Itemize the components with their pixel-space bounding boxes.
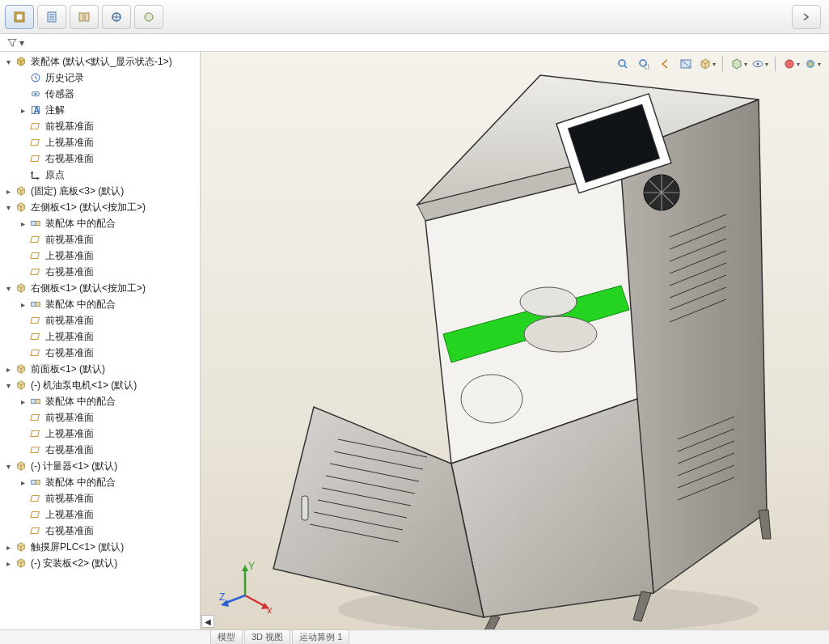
edit-appearance-icon[interactable]: ▾ xyxy=(782,55,800,73)
cad-model xyxy=(201,52,829,644)
hide-show-icon[interactable]: ▾ xyxy=(751,55,768,73)
expand-icon[interactable]: ▸ xyxy=(3,364,13,374)
tree-row[interactable]: ▸触摸屏PLC<1> (默认) xyxy=(0,539,200,555)
zoom-area-icon[interactable] xyxy=(635,55,653,73)
collapse-icon[interactable]: ▾ xyxy=(3,461,13,471)
plane-icon xyxy=(29,152,42,165)
part-icon xyxy=(15,460,27,472)
section-view-icon[interactable] xyxy=(677,55,695,73)
tree-row[interactable]: 上视基准面 xyxy=(0,328,200,345)
tree-item-label: 前视基准面 xyxy=(45,411,94,425)
plane-icon xyxy=(29,492,42,505)
tree-row[interactable]: 上视基准面 xyxy=(0,248,200,264)
tree-row[interactable]: ▸前面板<1> (默认) xyxy=(0,361,200,377)
expand-icon[interactable]: ▸ xyxy=(18,218,27,228)
tree-row[interactable]: 前视基准面 xyxy=(0,231,200,248)
tree-row[interactable]: 前视基准面 xyxy=(0,409,200,426)
display-style-icon[interactable]: ▾ xyxy=(730,55,747,73)
svg-point-21 xyxy=(640,60,646,66)
tree-row[interactable]: ▾(-) 机油泵电机<1> (默认) xyxy=(0,377,200,393)
tree-row[interactable]: ▸装配体 中的配合 xyxy=(0,215,200,231)
tree-row[interactable]: 右视基准面 xyxy=(0,523,200,539)
tab-display-manager[interactable] xyxy=(134,5,163,29)
tree-row[interactable]: 上视基准面 xyxy=(0,506,200,523)
tree-row[interactable]: 前视基准面 xyxy=(0,312,200,328)
tree-row[interactable]: 右视基准面 xyxy=(0,345,200,361)
tree-row[interactable]: ▸装配体 中的配合 xyxy=(0,296,200,312)
expand-icon[interactable]: ▸ xyxy=(18,299,27,309)
graphics-viewport[interactable]: ▾ ▾ ▾ ▾ ▾ xyxy=(201,52,829,644)
tree-row[interactable]: ▾装配体 (默认<默认_显示状态-1>) xyxy=(0,53,200,70)
expander-spacer xyxy=(18,316,27,325)
expand-icon[interactable]: ▸ xyxy=(18,396,27,406)
tree-row[interactable]: ▸装配体 中的配合 xyxy=(0,474,200,490)
tree-row[interactable]: ▾(-) 计量器<1> (默认) xyxy=(0,458,200,474)
expander-spacer xyxy=(18,348,27,358)
expander-spacer xyxy=(18,121,27,131)
tree-item-label: (-) 计量器<1> (默认) xyxy=(31,460,117,473)
expand-icon[interactable]: ▸ xyxy=(18,105,27,115)
expand-icon[interactable]: ▸ xyxy=(3,542,13,552)
svg-point-26 xyxy=(785,60,793,68)
tab-feature-manager[interactable] xyxy=(5,5,34,29)
tree-row[interactable]: ▸(-) 安装板<2> (默认) xyxy=(0,555,200,571)
overflow-button[interactable] xyxy=(792,5,821,29)
collapse-icon[interactable]: ▾ xyxy=(3,57,13,66)
view-orientation-icon[interactable]: ▾ xyxy=(698,55,716,73)
tree-row[interactable]: 右视基准面 xyxy=(0,150,200,167)
expand-icon[interactable]: ▸ xyxy=(3,186,13,196)
previous-view-icon[interactable] xyxy=(656,55,674,73)
mates-icon xyxy=(29,395,42,408)
tree-row[interactable]: 上视基准面 xyxy=(0,426,200,442)
tree-item-label: 前视基准面 xyxy=(45,233,94,247)
expander-spacer xyxy=(18,445,27,455)
part-icon xyxy=(15,557,27,570)
apply-scene-icon[interactable]: ▾ xyxy=(803,55,821,73)
expand-icon[interactable]: ▸ xyxy=(3,558,13,568)
plane-icon xyxy=(29,120,42,133)
tree-item-label: 历史记录 xyxy=(45,71,84,85)
tree-row[interactable]: 传感器 xyxy=(0,86,200,102)
tree-item-label: 装配体 (默认<默认_显示状态-1>) xyxy=(31,55,172,69)
tree-item-label: 原点 xyxy=(45,168,65,182)
collapse-icon[interactable]: ▾ xyxy=(3,283,13,293)
expand-icon[interactable]: ▸ xyxy=(18,477,27,487)
svg-rect-13 xyxy=(36,221,40,225)
svg-point-30 xyxy=(524,316,597,352)
tab-dimxpert[interactable] xyxy=(102,5,131,29)
feature-tree-panel[interactable]: ▾装配体 (默认<默认_显示状态-1>)历史记录传感器▸A注解前视基准面上视基准… xyxy=(0,52,201,644)
tree-row[interactable]: ▾左侧板<1> (默认<按加工>) xyxy=(0,199,200,215)
tree-item-label: 上视基准面 xyxy=(45,136,94,150)
tree-row[interactable]: 右视基准面 xyxy=(0,264,200,280)
svg-rect-15 xyxy=(36,302,40,306)
tree-row[interactable]: ▾右侧板<1> (默认<按加工>) xyxy=(0,280,200,296)
svg-rect-12 xyxy=(32,221,36,225)
expander-spacer xyxy=(18,413,27,422)
collapse-icon[interactable]: ▾ xyxy=(3,202,13,212)
filter-bar[interactable]: ▾ xyxy=(0,34,829,52)
collapse-icon[interactable]: ▾ xyxy=(3,380,13,390)
tab-3d-view[interactable]: 3D 视图 xyxy=(244,629,290,644)
filter-icon xyxy=(6,37,18,49)
tree-row[interactable]: 右视基准面 xyxy=(0,442,200,458)
tree-row[interactable]: 前视基准面 xyxy=(0,118,200,134)
tree-item-label: 右视基准面 xyxy=(45,443,94,457)
tree-row[interactable]: 前视基准面 xyxy=(0,490,200,506)
tab-motion-study[interactable]: 运动算例 1 xyxy=(292,629,349,644)
tree-row[interactable]: ▸(固定) 底板<3> (默认) xyxy=(0,183,200,199)
zoom-fit-icon[interactable] xyxy=(614,55,632,73)
tree-row[interactable]: ▸装配体 中的配合 xyxy=(0,393,200,409)
tab-model[interactable]: 模型 xyxy=(210,629,243,644)
tab-property-manager[interactable] xyxy=(37,5,66,29)
tree-row[interactable]: 历史记录 xyxy=(0,70,200,86)
tab-configuration-manager[interactable] xyxy=(70,5,99,29)
prev-sheet-button[interactable]: ◀ xyxy=(201,615,214,628)
tree-item-label: 装配体 中的配合 xyxy=(45,217,116,231)
tree-row[interactable]: ▸A注解 xyxy=(0,102,200,118)
svg-rect-17 xyxy=(36,399,40,403)
tree-row[interactable]: 上视基准面 xyxy=(0,134,200,150)
svg-marker-37 xyxy=(242,565,248,571)
tree-row[interactable]: 原点 xyxy=(0,167,200,183)
tree-item-label: 装配体 中的配合 xyxy=(45,395,116,409)
tree-item-label: 注解 xyxy=(45,104,65,117)
